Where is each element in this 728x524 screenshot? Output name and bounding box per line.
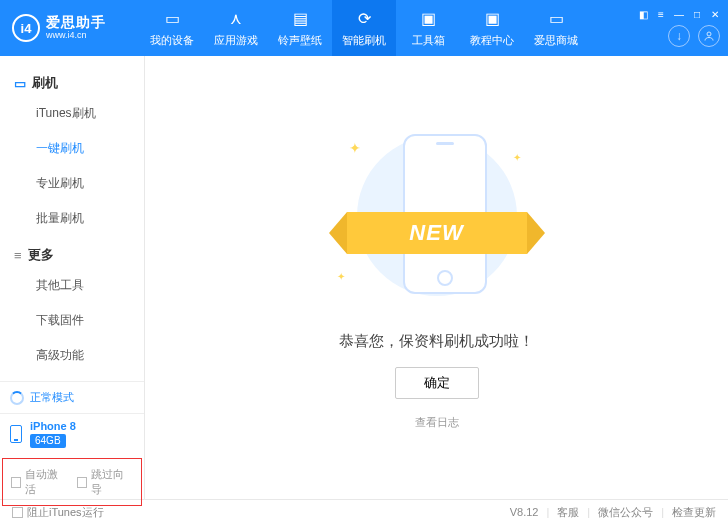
logo: i4 爱思助手 www.i4.cn <box>12 14 140 42</box>
sidebar-group-flash: ▭ 刷机 <box>0 70 144 96</box>
menu-icon[interactable]: ≡ <box>656 9 666 19</box>
star-icon: ✦ <box>349 140 361 156</box>
star-icon: ✦ <box>513 152 521 163</box>
sidebar-device[interactable]: iPhone 8 64GB <box>0 413 144 456</box>
brand-site: www.i4.cn <box>46 31 106 41</box>
star-icon: ✦ <box>337 271 345 282</box>
sidebar-group-more: ≡ 更多 <box>0 242 144 268</box>
nav-flash[interactable]: ⟳智能刷机 <box>332 0 396 56</box>
main-content: ✦ ✦ ✦ NEW 恭喜您，保资料刷机成功啦！ 确定 查看日志 <box>145 56 728 499</box>
nav-ringtones[interactable]: ▤铃声壁纸 <box>268 0 332 56</box>
svg-point-0 <box>707 32 711 36</box>
tutorial-icon: ▣ <box>482 9 502 29</box>
skip-guide-checkbox[interactable]: 跳过向导 <box>77 467 133 497</box>
sidebar: ▭ 刷机 iTunes刷机 一键刷机 专业刷机 批量刷机 ≡ 更多 其他工具 下… <box>0 56 145 499</box>
sidebar-item-pro-flash[interactable]: 专业刷机 <box>0 166 144 201</box>
more-icon: ≡ <box>14 248 22 263</box>
brand-name: 爱思助手 <box>46 15 106 30</box>
download-button[interactable]: ↓ <box>668 25 690 47</box>
sidebar-status[interactable]: 正常模式 <box>0 381 144 413</box>
user-button[interactable] <box>698 25 720 47</box>
minimize-icon[interactable]: — <box>674 9 684 19</box>
main-nav: ▭我的设备 ⋏应用游戏 ▤铃声壁纸 ⟳智能刷机 ▣工具箱 ▣教程中心 ▭爱思商城 <box>140 0 588 56</box>
wechat-link[interactable]: 微信公众号 <box>598 505 653 520</box>
close-icon[interactable]: ✕ <box>710 9 720 19</box>
maximize-icon[interactable]: □ <box>692 9 702 19</box>
block-itunes-checkbox[interactable]: 阻止iTunes运行 <box>12 505 104 520</box>
apps-icon: ⋏ <box>226 9 246 29</box>
nav-my-device[interactable]: ▭我的设备 <box>140 0 204 56</box>
sidebar-item-batch-flash[interactable]: 批量刷机 <box>0 201 144 236</box>
sidebar-status-label: 正常模式 <box>30 390 74 405</box>
sidebar-item-download-firmware[interactable]: 下载固件 <box>0 303 144 338</box>
device-model: iPhone 8 <box>30 420 76 432</box>
nav-toolbox[interactable]: ▣工具箱 <box>396 0 460 56</box>
ringtone-icon: ▤ <box>290 9 310 29</box>
phone-outline-icon: ▭ <box>14 76 26 91</box>
toolbox-icon: ▣ <box>418 9 438 29</box>
support-link[interactable]: 客服 <box>557 505 579 520</box>
spinner-icon <box>10 391 24 405</box>
sidebar-item-other-tools[interactable]: 其他工具 <box>0 268 144 303</box>
success-message: 恭喜您，保资料刷机成功啦！ <box>339 332 534 351</box>
sidebar-item-advanced[interactable]: 高级功能 <box>0 338 144 373</box>
app-header: i4 爱思助手 www.i4.cn ▭我的设备 ⋏应用游戏 ▤铃声壁纸 ⟳智能刷… <box>0 0 728 56</box>
window-controls: ◧ ≡ — □ ✕ ↓ <box>638 9 720 47</box>
logo-icon: i4 <box>12 14 40 42</box>
nav-apps[interactable]: ⋏应用游戏 <box>204 0 268 56</box>
version-label: V8.12 <box>510 506 539 518</box>
device-storage-badge: 64GB <box>30 434 66 448</box>
nav-tutorials[interactable]: ▣教程中心 <box>460 0 524 56</box>
success-illustration: ✦ ✦ ✦ NEW <box>327 126 547 316</box>
store-icon: ▭ <box>546 9 566 29</box>
auto-activate-checkbox[interactable]: 自动激活 <box>11 467 67 497</box>
new-banner: NEW <box>347 212 527 254</box>
view-log-link[interactable]: 查看日志 <box>415 415 459 430</box>
check-update-link[interactable]: 检查更新 <box>672 505 716 520</box>
ok-button[interactable]: 确定 <box>395 367 479 399</box>
flash-icon: ⟳ <box>354 9 374 29</box>
flash-options-row: 自动激活 跳过向导 <box>2 458 142 506</box>
nav-store[interactable]: ▭爱思商城 <box>524 0 588 56</box>
sidebar-item-one-click-flash[interactable]: 一键刷机 <box>0 131 144 166</box>
phone-icon <box>10 425 22 443</box>
device-icon: ▭ <box>162 9 182 29</box>
skin-icon[interactable]: ◧ <box>638 9 648 19</box>
sidebar-item-itunes-flash[interactable]: iTunes刷机 <box>0 96 144 131</box>
